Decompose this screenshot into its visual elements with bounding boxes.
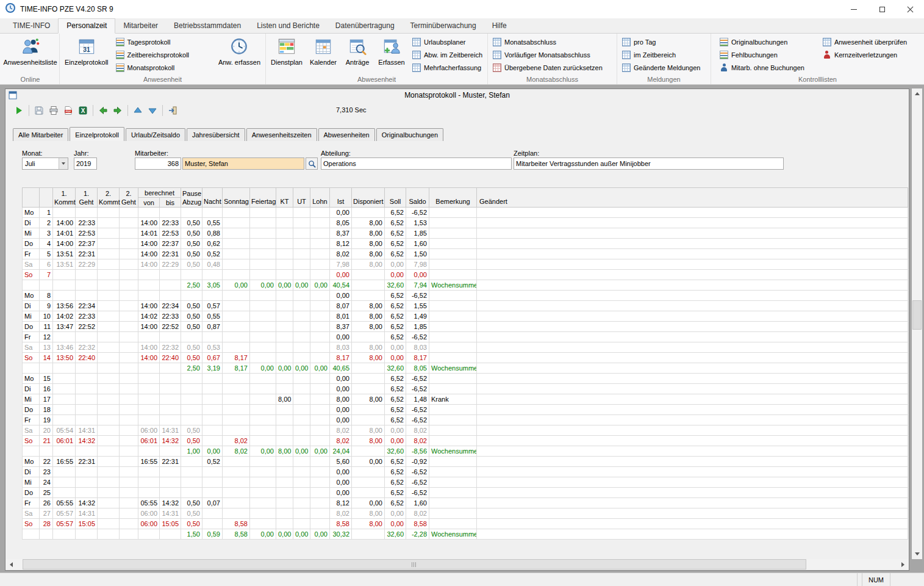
menu-tab-personalzeit[interactable]: Personalzeit [58,18,115,34]
anwesenheit-ueberpruefen-button[interactable]: Anwesenheit überprüfen [819,35,911,48]
day-row[interactable]: Fr2605:5514:3205:5514:320,500,078,120,00… [23,498,908,508]
vertical-scrollbar[interactable] [912,89,922,559]
pdf-export-button[interactable]: PDF [61,103,76,118]
day-row-sunday[interactable]: So70,000,000,00 [23,270,908,280]
day-row[interactable]: Do250,006,52-6,52 [23,488,908,498]
day-row[interactable]: Di913:5622:3414:0022:340,500,578,078,006… [23,301,908,311]
day-row-saturday[interactable]: Sa2705:5714:3106:0014:310,508,028,000,00… [23,508,908,519]
menu-tab-terminüberwachung[interactable]: Terminüberwachung [403,19,484,33]
day-row[interactable]: Di230,006,52-6,52 [23,467,908,477]
pro-tag-button[interactable]: pro Tag [618,35,704,48]
menu-tab-datenübertragung[interactable]: Datenübertragung [328,19,403,33]
vertical-scroll-thumb[interactable] [912,300,922,330]
week-sum-row[interactable]: 1,500,598,580,000,000,000,0030,3232,60-2… [23,529,908,540]
antraege-button[interactable]: Anträge [340,35,374,74]
save-button[interactable] [32,103,46,118]
day-row-sunday[interactable]: So2106:0114:3206:0114:320,508,028,028,00… [23,436,908,446]
day-row[interactable]: Mi314:0122:5314:0122:530,500,888,378,006… [23,228,908,239]
menu-tab-hilfe[interactable]: Hilfe [484,19,515,33]
tab-einzelprotokoll[interactable]: Einzelprotokoll [70,127,124,141]
day-row[interactable]: Mi178,008,008,006,521,48Krank [23,394,908,405]
week-sum-row[interactable]: 1,000,008,020,008,000,000,0024,0432,60-8… [23,446,908,457]
day-row-saturday[interactable]: Sa2005:5414:3106:0014:310,508,028,000,00… [23,425,908,436]
start-button[interactable] [12,103,26,118]
tagesprotokoll-button[interactable]: Tagesprotokoll [112,35,215,48]
monatsprotokoll-button[interactable]: Monatsprotokoll [112,61,215,74]
day-row[interactable]: Fr190,006,52-6,52 [23,415,908,425]
vorlaeufiger-monatsabschluss-button[interactable]: Vorläufiger Monatsabschluss [489,48,606,61]
day-row[interactable]: Mi1014:0222:3314:0222:330,500,558,018,00… [23,311,908,322]
menu-tab-listen-und-berichte[interactable]: Listen und Berichte [249,19,328,33]
day-row[interactable]: Mo2216:5522:3116:5522:310,525,600,006,52… [23,457,908,467]
mitarbeiter-search-button[interactable] [306,157,318,170]
day-row[interactable]: Di214:0022:3314:0022:330,500,558,058,006… [23,218,908,228]
geaenderte-meldungen-button[interactable]: Geänderte Meldungen [618,61,704,74]
tab-anwesenheitszeiten[interactable]: Anwesenheitszeiten [246,128,317,141]
zeitbereichsprotokoll-button[interactable]: Zeitbereichsprotokoll [112,48,215,61]
kalender-button[interactable]: Kalender [306,35,340,74]
day-row[interactable]: Do180,006,52-6,52 [23,405,908,415]
document-window-icon[interactable] [9,91,17,102]
day-row-saturday[interactable]: Sa613:5122:2914:0022:290,500,487,988,000… [23,259,908,270]
day-row-saturday[interactable]: Sa1313:4622:3214:0022:320,500,538,038,00… [23,342,908,353]
day-row[interactable]: Mi240,006,52-6,52 [23,477,908,488]
jahr-input[interactable] [74,157,97,170]
im-zeitbereich-button[interactable]: im Zeitbereich [618,48,704,61]
abw-im-zeitbereich-button[interactable]: Abw. im Zeitbereich [409,48,486,61]
anwesenheitsliste-button[interactable]: Anwesenheitsliste [2,35,58,74]
zeitplan-input[interactable] [514,157,784,170]
kernzeitverletzungen-button[interactable]: Kernzeitverletzungen [819,48,911,61]
horizontal-scroll-thumb[interactable] [23,559,806,570]
day-row-sunday[interactable]: So2805:5715:0506:0015:050,508,588,588,00… [23,519,908,529]
minimize-button[interactable] [840,0,868,18]
abteilung-input[interactable] [321,157,512,170]
print-button[interactable] [46,103,61,118]
horizontal-scrollbar[interactable] [6,559,908,570]
tab-urlaub-zeitsaldo[interactable]: Urlaub/Zeitsaldo [126,128,185,141]
tab-alle-mitarbeiter[interactable]: Alle Mitarbeiter [13,128,68,141]
excel-export-button[interactable]: X [76,103,90,118]
mitarbeiter-name-input[interactable] [182,157,304,170]
day-row[interactable]: Fr120,006,52-6,52 [23,332,908,342]
dienstplan-button[interactable]: Dienstplan [267,35,306,74]
mitarbeiter-nr-input[interactable] [135,157,181,170]
scroll-left-button[interactable] [6,559,16,570]
day-row-sunday[interactable]: So1413:5022:4014:0022:400,500,678,178,17… [23,353,908,363]
urlaubsplaner-button[interactable]: Urlaubsplaner [409,35,486,48]
day-row[interactable]: Mo80,006,52-6,52 [23,291,908,301]
up-button[interactable] [131,103,145,118]
day-row[interactable]: Fr513:5122:3114:0022:310,500,528,028,006… [23,249,908,259]
erfassen-button[interactable]: Erfassen [374,35,409,74]
anw-erfassen-button[interactable]: Anw. erfassen [215,35,264,74]
monatsabschluss-button[interactable]: Monatsabschluss [489,35,606,48]
close-button[interactable] [896,0,924,18]
day-row[interactable]: Mo10,006,52-6,52 [23,208,908,218]
dropdown-arrow-icon[interactable] [59,158,68,169]
forward-button[interactable] [110,103,125,118]
exit-button[interactable] [165,103,180,118]
day-row[interactable]: Do1113:4722:5214:0022:520,500,878,378,00… [23,322,908,332]
monat-select[interactable]: Juli [22,157,68,170]
mehrfacherfassung-button[interactable]: Mehrfacherfassung [409,61,486,74]
horizontal-scroll-track[interactable] [16,559,898,570]
originalbuchungen-button[interactable]: Originalbuchungen [716,35,808,48]
week-sum-row[interactable]: 2,503,050,000,000,000,000,0040,5432,607,… [23,280,908,291]
down-button[interactable] [145,103,160,118]
day-row[interactable]: Di160,006,52-6,52 [23,384,908,394]
scroll-right-button[interactable] [898,559,908,570]
day-row[interactable]: Mo150,006,52-6,52 [23,374,908,384]
tab-originalbuchungen[interactable]: Originalbuchungen [376,128,443,141]
menu-tab-time-info[interactable]: TIME-INFO [5,19,58,33]
scroll-up-button[interactable] [912,89,922,99]
tab-jahresübersicht[interactable]: Jahresübersicht [187,128,245,141]
back-button[interactable] [96,103,110,118]
menu-tab-mitarbeiter[interactable]: Mitarbeiter [115,19,166,33]
tab-abwesenheiten[interactable]: Abwesenheiten [318,128,375,141]
uebergebene-daten-zuruecksetzen-button[interactable]: Übergebene Daten zurücksetzen [489,61,606,74]
maximize-button[interactable] [868,0,896,18]
scroll-down-button[interactable] [912,549,922,559]
einzelprotokoll-button[interactable]: 31 Einzelprotokoll [61,35,112,74]
week-sum-row[interactable]: 2,503,198,170,000,000,000,0040,6532,608,… [23,363,908,374]
fehlbuchungen-button[interactable]: Fehlbuchungen [716,48,808,61]
mitarb-ohne-buchungen-button[interactable]: Mitarb. ohne Buchungen [716,61,808,74]
